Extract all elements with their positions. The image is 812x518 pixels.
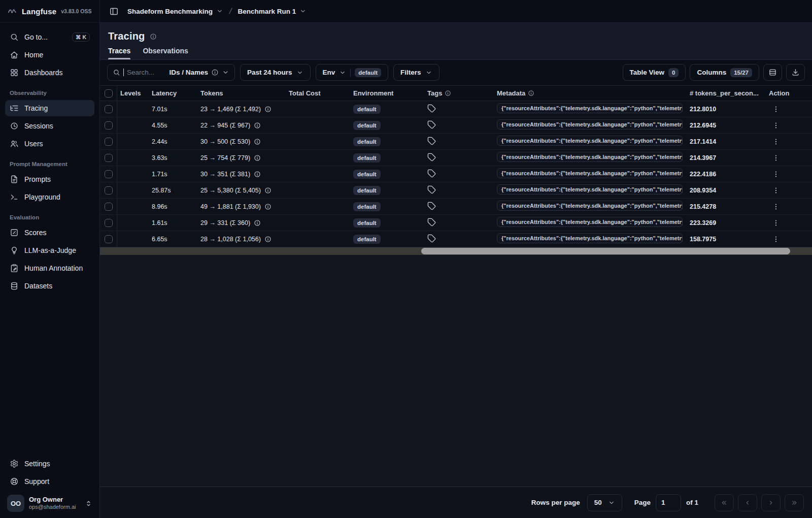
row-actions-button[interactable] — [769, 183, 783, 198]
tag-icon[interactable] — [427, 104, 436, 113]
info-icon[interactable] — [264, 106, 272, 113]
org-breadcrumb[interactable]: Shadeform Benchmarking — [127, 8, 223, 15]
row-actions-button[interactable] — [769, 102, 783, 116]
info-icon[interactable] — [264, 236, 272, 243]
sidebar-item-dashboards[interactable]: Dashboards — [5, 64, 94, 81]
sidebar-item-tracing[interactable]: Tracing — [5, 100, 94, 116]
header-environment[interactable]: Environment — [350, 89, 424, 97]
table-row[interactable]: 7.01s 23 → 1,469 (Σ 1,492) default {"res… — [100, 101, 812, 117]
row-checkbox[interactable] — [105, 235, 113, 243]
time-range-button[interactable]: Past 24 hours — [240, 64, 311, 81]
horizontal-scrollbar[interactable] — [100, 247, 812, 255]
tag-icon[interactable] — [427, 202, 436, 210]
row-actions-button[interactable] — [769, 118, 783, 133]
row-actions-button[interactable] — [769, 200, 783, 214]
table-row[interactable]: 8.96s 49 → 1,881 (Σ 1,930) default {"res… — [100, 199, 812, 215]
sidebar-item-human-annotation[interactable]: Human Annotation — [5, 260, 94, 276]
tag-icon[interactable] — [427, 169, 436, 178]
row-checkbox[interactable] — [105, 186, 113, 195]
header-metadata[interactable]: Metadata — [494, 89, 687, 97]
sidebar-item-sessions[interactable]: Sessions — [5, 118, 94, 134]
row-checkbox[interactable] — [105, 219, 113, 227]
tab-traces[interactable]: Traces — [108, 47, 130, 59]
export-button[interactable] — [786, 64, 805, 81]
sidebar-item-llm-as-a-judge[interactable]: LLM-as-a-Judge — [5, 242, 94, 258]
row-height-button[interactable] — [763, 64, 782, 81]
search-mode-dropdown[interactable]: IDs / Names — [169, 69, 229, 76]
tab-observations[interactable]: Observations — [143, 47, 188, 59]
metadata-value[interactable]: {"resourceAttributes":{"telemetry.sdk.la… — [497, 119, 683, 130]
sidebar-item-users[interactable]: Users — [5, 136, 94, 152]
header-latency[interactable]: Latency — [149, 89, 197, 97]
sidebar-item-support[interactable]: Support — [5, 473, 94, 490]
select-all-checkbox[interactable] — [105, 89, 113, 98]
sidebar-item-playground[interactable]: Playground — [5, 189, 94, 205]
table-row[interactable]: 1.71s 30 → 351 (Σ 381) default {"resourc… — [100, 166, 812, 182]
table-view-button[interactable]: Table View 0 — [623, 64, 686, 81]
header-total-cost[interactable]: Total Cost — [286, 89, 350, 97]
header-tokens-per-second[interactable]: # tokens_per_secon... — [687, 89, 766, 97]
table-row[interactable]: 2.44s 30 → 500 (Σ 530) default {"resourc… — [100, 134, 812, 150]
metadata-value[interactable]: {"resourceAttributes":{"telemetry.sdk.la… — [497, 184, 683, 195]
row-actions-button[interactable] — [769, 135, 783, 149]
tag-icon[interactable] — [427, 120, 436, 129]
sidebar-item-settings[interactable]: Settings — [5, 456, 94, 472]
page-number-input[interactable] — [656, 494, 681, 511]
info-icon[interactable] — [254, 219, 261, 226]
sidebar-item-prompts[interactable]: Prompts — [5, 171, 94, 187]
table-row[interactable]: 4.55s 22 → 945 (Σ 967) default {"resourc… — [100, 117, 812, 134]
metadata-value[interactable]: {"resourceAttributes":{"telemetry.sdk.la… — [497, 168, 683, 178]
info-icon[interactable] — [264, 187, 272, 194]
metadata-value[interactable]: {"resourceAttributes":{"telemetry.sdk.la… — [497, 217, 683, 227]
row-checkbox[interactable] — [105, 154, 113, 162]
env-filter-button[interactable]: Env default — [316, 64, 388, 81]
row-checkbox[interactable] — [105, 121, 113, 130]
header-tags[interactable]: Tags — [424, 89, 494, 97]
metadata-value[interactable]: {"resourceAttributes":{"telemetry.sdk.la… — [497, 103, 683, 113]
tag-icon[interactable] — [427, 218, 436, 226]
info-icon[interactable] — [150, 33, 157, 40]
header-tokens[interactable]: Tokens — [197, 89, 286, 97]
metadata-value[interactable]: {"resourceAttributes":{"telemetry.sdk.la… — [497, 136, 683, 146]
tag-icon[interactable] — [427, 137, 436, 145]
info-icon[interactable] — [254, 154, 261, 161]
sidebar-toggle-button[interactable] — [106, 4, 121, 19]
sidebar-item-scores[interactable]: Scores — [5, 224, 94, 241]
filters-button[interactable]: Filters — [393, 64, 439, 81]
first-page-button[interactable] — [715, 494, 734, 511]
info-icon[interactable] — [264, 203, 272, 210]
row-checkbox[interactable] — [105, 203, 113, 211]
row-checkbox[interactable] — [105, 170, 113, 178]
sidebar-item-home[interactable]: Home — [5, 47, 94, 63]
sidebar-item-datasets[interactable]: Datasets — [5, 278, 94, 294]
row-actions-button[interactable] — [769, 151, 783, 165]
table-row[interactable]: 6.65s 28 → 1,028 (Σ 1,056) default {"res… — [100, 231, 812, 247]
table-row[interactable]: 3.63s 25 → 754 (Σ 779) default {"resourc… — [100, 150, 812, 166]
metadata-value[interactable]: {"resourceAttributes":{"telemetry.sdk.la… — [497, 233, 683, 243]
tag-icon[interactable] — [427, 185, 436, 194]
tag-icon[interactable] — [427, 234, 436, 243]
header-levels[interactable]: Levels — [117, 89, 149, 97]
project-breadcrumb[interactable]: Benchmark Run 1 — [238, 8, 307, 15]
info-icon[interactable] — [254, 171, 261, 178]
table-row[interactable]: 1.61s 29 → 331 (Σ 360) default {"resourc… — [100, 215, 812, 231]
rows-per-page-select[interactable]: 50 — [587, 494, 622, 511]
row-actions-button[interactable] — [769, 216, 783, 230]
metadata-value[interactable]: {"resourceAttributes":{"telemetry.sdk.la… — [497, 152, 683, 162]
columns-button[interactable]: Columns 15/27 — [690, 64, 759, 81]
prev-page-button[interactable] — [738, 494, 757, 511]
tag-icon[interactable] — [427, 153, 436, 161]
goto-button[interactable]: Go to... ⌘ K — [5, 29, 94, 45]
search-input[interactable]: Search... IDs / Names — [107, 64, 235, 81]
table-row[interactable]: 25.87s 25 → 5,380 (Σ 5,405) default {"re… — [100, 182, 812, 199]
last-page-button[interactable] — [785, 494, 804, 511]
info-icon[interactable] — [254, 122, 261, 129]
row-checkbox[interactable] — [105, 138, 113, 146]
account-switcher[interactable]: OO Org Owner ops@shadeform.ai — [5, 491, 94, 513]
metadata-value[interactable]: {"resourceAttributes":{"telemetry.sdk.la… — [497, 201, 683, 211]
next-page-button[interactable] — [761, 494, 781, 511]
row-actions-button[interactable] — [769, 167, 783, 181]
row-checkbox[interactable] — [105, 105, 113, 113]
info-icon[interactable] — [254, 138, 261, 145]
row-actions-button[interactable] — [769, 232, 783, 246]
